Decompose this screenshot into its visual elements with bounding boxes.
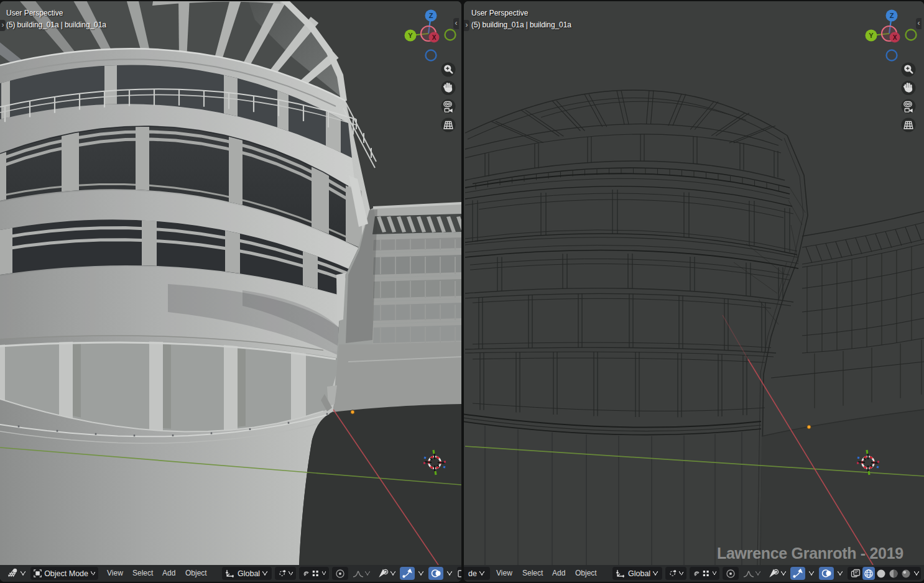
svg-text:X: X [432, 34, 437, 41]
svg-text:Y: Y [408, 32, 413, 39]
svg-text:X: X [893, 34, 897, 41]
svg-text:Y: Y [869, 32, 874, 39]
svg-text:Z: Z [429, 12, 433, 19]
svg-text:Z: Z [890, 12, 894, 19]
